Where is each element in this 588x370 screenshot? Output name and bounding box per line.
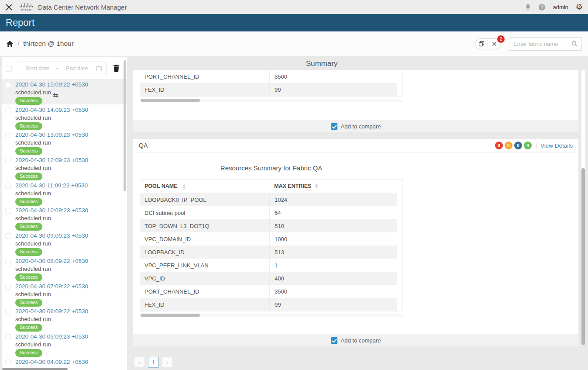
- top-app-bar: cisco Data Center Network Manager ? admi…: [0, 0, 588, 14]
- run-date-link[interactable]: 2020-04-30 07:09:22 +0530: [15, 283, 123, 290]
- fabric-search-input[interactable]: [513, 41, 571, 47]
- table-header-row: POOL NAME MAX ENTRIES: [140, 180, 397, 193]
- table-row: VPC_DOMAIN_ID 1000: [140, 232, 397, 246]
- run-date-link[interactable]: 2020-04-30 13:09:23 +0530: [15, 131, 123, 139]
- sort-icon[interactable]: [183, 184, 186, 189]
- report-run-sidebar: Start date ~ End date 2020-04-30 15:09:2…: [2, 57, 127, 370]
- run-checkbox[interactable]: [5, 334, 11, 340]
- range-separator: ~: [55, 66, 58, 72]
- run-checkbox[interactable]: [5, 132, 11, 138]
- main-vertical-scrollbar[interactable]: [581, 168, 585, 345]
- start-date-field[interactable]: Start date: [20, 66, 55, 72]
- summary-panel: Summary PORT_CHANNEL_ID 3500 FEX_ID 99 A…: [131, 56, 588, 370]
- run-list-item[interactable]: 2020-04-30 12:09:23 +0530 scheduled run …: [2, 155, 127, 180]
- run-checkbox[interactable]: [5, 360, 11, 365]
- max-entries-cell: 1024: [269, 193, 397, 206]
- pool-name-cell: FEX_ID: [140, 301, 269, 308]
- status-count-badge[interactable]: 0: [514, 142, 522, 149]
- view-details-link[interactable]: View Details: [540, 142, 573, 149]
- sort-icon[interactable]: [315, 184, 318, 188]
- run-date-link[interactable]: 2020-04-30 12:09:23 +0530: [15, 156, 123, 164]
- table-horizontal-scrollbar[interactable]: [140, 99, 403, 102]
- table-horizontal-scrollbar[interactable]: [140, 314, 403, 317]
- run-checkbox[interactable]: [5, 82, 11, 88]
- pool-name-cell: VPC_PEER_LINK_VLAN: [140, 262, 269, 269]
- add-to-compare-checkbox[interactable]: [331, 123, 337, 130]
- swap-compare-icon[interactable]: ⇆: [53, 91, 58, 99]
- run-checkbox[interactable]: [5, 259, 11, 264]
- pool-name-cell: DCI subnet pool: [140, 210, 269, 216]
- table-row: FEX_ID 99: [140, 298, 397, 311]
- run-date-link[interactable]: 2020-04-30 06:09:22 +0530: [15, 308, 123, 315]
- pagination-page-1[interactable]: 1: [148, 357, 159, 368]
- run-status-badge: Success: [15, 299, 42, 307]
- column-header-max-entries[interactable]: MAX ENTRIES: [269, 180, 397, 193]
- status-badge-group: 0000: [493, 142, 532, 149]
- run-list-item[interactable]: 2020-04-30 08:09:22 +0530 scheduled run …: [2, 256, 127, 281]
- run-type: scheduled run: [15, 139, 123, 146]
- settings-gear-icon[interactable]: ⚙: [576, 3, 583, 11]
- run-type: scheduled run: [15, 240, 123, 247]
- run-list-item[interactable]: 2020-04-30 14:09:23 +0530 scheduled run …: [2, 104, 127, 130]
- table-row: DCI subnet pool 64: [140, 206, 397, 219]
- run-checkbox[interactable]: [5, 284, 11, 290]
- max-entries-cell: 99: [269, 83, 397, 96]
- search-icon[interactable]: [571, 41, 578, 47]
- status-count-badge[interactable]: 0: [495, 142, 503, 149]
- end-date-field[interactable]: End date: [60, 66, 94, 72]
- run-checkbox[interactable]: [5, 208, 11, 214]
- run-list-item[interactable]: 2020-04-30 11:09:22 +0530 scheduled run …: [2, 180, 127, 205]
- run-list-item[interactable]: 2020-04-30 09:09:23 +0530 scheduled run …: [2, 230, 127, 256]
- pagination-prev-button[interactable]: ‹: [134, 357, 145, 368]
- status-count-badge[interactable]: 0: [524, 142, 532, 149]
- select-all-checkbox[interactable]: [6, 66, 12, 72]
- sidebar-vertical-scrollbar[interactable]: [124, 60, 126, 191]
- pagination-next-button[interactable]: ›: [162, 357, 173, 368]
- sidebar-horizontal-scrollbar[interactable]: [2, 368, 68, 370]
- add-to-compare-label: Add to compare: [341, 123, 381, 130]
- run-checkbox[interactable]: [5, 233, 11, 239]
- table-row: FEX_ID 99: [140, 83, 397, 96]
- add-to-compare-label: Add to compare: [341, 337, 381, 344]
- max-entries-cell: 3500: [269, 70, 397, 83]
- help-icon[interactable]: ?: [539, 4, 545, 10]
- run-list-item[interactable]: 2020-04-30 13:09:23 +0530 scheduled run …: [2, 129, 127, 155]
- table-row: PORT_CHANNEL_ID 3500: [140, 70, 397, 83]
- run-date-link[interactable]: 2020-04-30 14:09:23 +0530: [15, 106, 123, 114]
- pool-name-cell: PORT_CHANNEL_ID: [140, 73, 269, 80]
- run-date-link[interactable]: 2020-04-30 11:09:22 +0530: [15, 182, 123, 190]
- status-count-badge[interactable]: 0: [505, 142, 512, 149]
- pool-name-cell: VPC_DOMAIN_ID: [140, 236, 269, 242]
- run-date-link[interactable]: 2020-04-30 05:09:23 +0530: [15, 333, 123, 341]
- resources-table-title: Resources Summary for Fabric QA: [140, 164, 403, 172]
- run-date-link[interactable]: 2020-04-30 08:09:22 +0530: [15, 257, 123, 265]
- home-icon[interactable]: [6, 40, 14, 47]
- run-list-item[interactable]: 2020-04-30 06:09:22 +0530 scheduled run …: [2, 306, 127, 331]
- max-entries-cell: 510: [269, 219, 397, 232]
- compare-footer: Add to compare: [133, 120, 578, 132]
- run-list-item[interactable]: 2020-04-30 10:09:23 +0530 scheduled run …: [2, 205, 127, 230]
- column-header-pool-name[interactable]: POOL NAME: [140, 183, 269, 189]
- run-date-link[interactable]: 2020-04-30 09:09:23 +0530: [15, 232, 123, 240]
- run-date-link[interactable]: 2020-04-30 10:09:23 +0530: [15, 207, 123, 214]
- add-to-compare-checkbox[interactable]: [331, 337, 337, 344]
- compare-reports-button[interactable]: [475, 39, 488, 49]
- run-checkbox[interactable]: [5, 107, 11, 113]
- run-checkbox[interactable]: [5, 309, 11, 315]
- run-list-item[interactable]: 2020-04-30 05:09:23 +0530 scheduled run …: [2, 331, 127, 356]
- run-checkbox[interactable]: [5, 158, 11, 163]
- close-icon[interactable]: [5, 3, 13, 11]
- delete-runs-trash-icon[interactable]: [113, 64, 120, 73]
- run-list-item[interactable]: 2020-04-30 07:09:22 +0530 scheduled run …: [2, 281, 127, 306]
- notifications-bell-icon[interactable]: [525, 3, 531, 10]
- run-date-link[interactable]: 2020-04-30 04:09:22 +0530: [15, 358, 123, 366]
- calendar-icon: [96, 66, 102, 72]
- run-list-item[interactable]: 2020-04-30 15:09:22 +0530 scheduled run …: [2, 79, 127, 104]
- date-range-picker[interactable]: Start date ~ End date: [16, 62, 107, 75]
- compare-action-group: 2: [475, 38, 501, 49]
- run-status-badge: Success: [15, 147, 42, 155]
- run-date-link[interactable]: 2020-04-30 15:09:22 +0530: [15, 81, 123, 89]
- table-rows-top: PORT_CHANNEL_ID 3500 FEX_ID 99: [140, 70, 397, 96]
- username-menu[interactable]: admin: [553, 4, 568, 10]
- run-checkbox[interactable]: [5, 183, 11, 189]
